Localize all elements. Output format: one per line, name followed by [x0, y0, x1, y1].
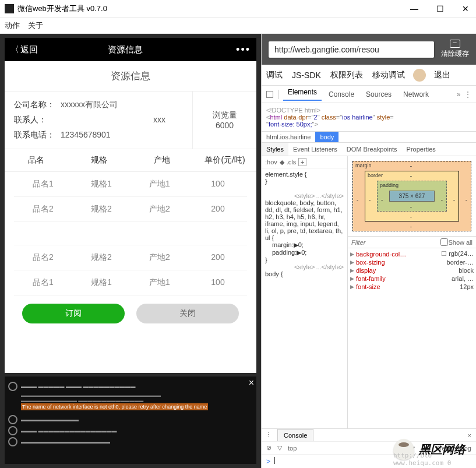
clear-console-icon[interactable]: ⊘ [266, 444, 272, 452]
tab-dom-breakpoints[interactable]: DOM Breakpoints [342, 143, 402, 156]
company-value: xxxxxx有限公司 [61, 100, 183, 110]
subscribe-button[interactable]: 订阅 [22, 304, 125, 323]
crumb-body[interactable]: body [315, 132, 339, 142]
clear-cache-button[interactable]: 清除缓存 [441, 40, 469, 59]
tab-mobile-debug[interactable]: 移动调试 [368, 70, 410, 80]
inspect-icon[interactable] [266, 91, 273, 98]
property-row[interactable]: ▶background-col…☐ rgb(24… [350, 249, 474, 258]
tab-console[interactable]: Console [324, 90, 359, 98]
maximize-button[interactable]: ☐ [434, 3, 446, 15]
watermark-url: http://blo www.heiqu.com 0 [393, 452, 466, 467]
cls-toggle[interactable]: .cls [287, 159, 297, 166]
col-name: 品名 [5, 155, 68, 166]
network-console: × ▬▬▬ ▬▬▬▬▬ ▬▬▬ ▬▬▬▬▬▬▬▬▬▬ ▬▬▬▬▬▬▬▬▬▬▬▬▬… [5, 376, 256, 464]
drawer-console-tab[interactable]: Console [277, 429, 313, 441]
tab-properties[interactable]: Properties [402, 143, 440, 156]
phone-label: 联系电话： [14, 130, 61, 140]
contact-value: xxx [61, 115, 183, 125]
property-row[interactable]: ▶font-size12px [350, 283, 474, 291]
tab-network[interactable]: Network [399, 90, 433, 98]
tab-styles[interactable]: Styles [262, 143, 288, 156]
box-content: 375 × 627 [389, 191, 435, 202]
drawer-close-icon[interactable]: × [463, 432, 476, 439]
nav-title: 资源信息 [15, 44, 236, 55]
window-title: 微信web开发者工具 v0.7.0 [17, 3, 408, 14]
table-row[interactable]: 品名1规格1产地1100 [14, 270, 247, 295]
tab-event-listeners[interactable]: Event Listeners [288, 143, 342, 156]
property-row[interactable]: ▶font-familyarial, … [350, 275, 474, 283]
filter-input[interactable] [351, 239, 440, 246]
menu-action[interactable]: 动作 [5, 20, 20, 31]
table-row[interactable]: 品名2规格2产地2200 [14, 245, 247, 270]
show-all-label: Show all [448, 239, 473, 246]
show-all-checkbox[interactable] [440, 238, 448, 246]
add-rule-button[interactable]: + [298, 158, 306, 166]
views-label: 浏览量 [213, 110, 237, 121]
context-selector[interactable]: top [288, 445, 297, 452]
tab-sources[interactable]: Sources [361, 90, 396, 98]
overflow-icon[interactable]: » ⋮ [457, 90, 471, 98]
phone-value: 12345678901 [61, 130, 183, 140]
hov-toggle[interactable]: :hov [265, 159, 277, 166]
clear-cache-label: 清除缓存 [441, 49, 469, 59]
table-row[interactable]: 品名1规格1产地1100 [14, 172, 247, 197]
filter-icon[interactable]: ▽ [277, 444, 282, 452]
exit-button[interactable]: 退出 [429, 70, 455, 80]
property-row[interactable]: ▶box-sizingborder-… [350, 258, 474, 266]
address-input[interactable]: http://web.gangtie.com/resou [269, 41, 434, 58]
property-row[interactable]: ▶displayblock [350, 266, 474, 275]
cache-icon [450, 40, 460, 48]
views-value: 6000 [216, 121, 234, 130]
console-highlight: The name of network interface is not eth… [21, 403, 208, 410]
tab-permissions[interactable]: 权限列表 [326, 70, 368, 80]
tab-jssdk[interactable]: JS-SDK [287, 71, 326, 80]
close-button[interactable]: ✕ [460, 3, 471, 15]
page-title: 资源信息 [5, 61, 256, 92]
avatar[interactable] [413, 69, 426, 82]
more-button[interactable]: ••• [236, 44, 251, 56]
diamond-icon[interactable]: ◆ [280, 159, 284, 166]
table-row [14, 222, 247, 245]
col-spec: 规格 [68, 155, 131, 166]
console-close-icon[interactable]: × [249, 378, 254, 388]
contact-label: 联系人： [14, 115, 61, 125]
table-row[interactable]: 品名2规格2产地2200 [14, 197, 247, 222]
crumb-html[interactable]: html.ios.hairline [262, 132, 315, 142]
tab-elements[interactable]: Elements [283, 88, 322, 101]
col-price: 单价(元/吨) [193, 155, 256, 166]
box-model: margin - - - - border - - - - padding [348, 156, 476, 236]
minimize-button[interactable]: — [408, 3, 420, 15]
css-rules[interactable]: element.style { } <style>…</style> block… [262, 168, 347, 428]
drawer-menu-icon[interactable]: ⋮ [262, 431, 275, 439]
close-page-button[interactable]: 关闭 [136, 304, 239, 323]
company-label: 公司名称： [14, 100, 61, 110]
computed-properties[interactable]: ▶background-col…☐ rgb(24…▶box-sizingbord… [348, 248, 476, 292]
html-source[interactable]: <!DOCTYPE html> <html data-dpr="2" class… [262, 103, 476, 132]
tab-debug[interactable]: 调试 [262, 70, 287, 80]
menu-about[interactable]: 关于 [28, 20, 43, 31]
col-origin: 产地 [131, 155, 193, 166]
watermark: 黑区网络 http://blo www.heiqu.com 0 [393, 439, 466, 460]
app-icon [5, 4, 14, 13]
